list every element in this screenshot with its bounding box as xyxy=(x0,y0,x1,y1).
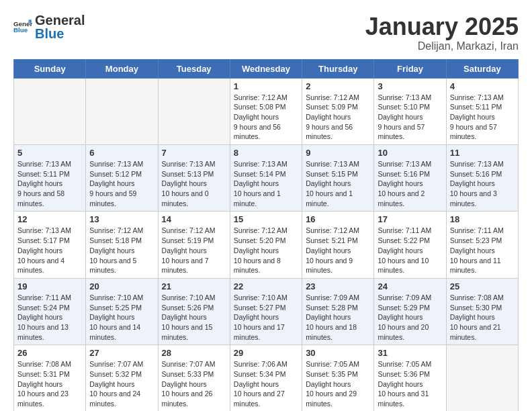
day-number: 25 xyxy=(450,281,515,291)
calendar-cell: 14Sunrise: 7:12 AMSunset: 5:19 PMDayligh… xyxy=(158,212,230,278)
day-number: 31 xyxy=(378,348,442,358)
day-number: 26 xyxy=(17,348,82,358)
day-info: Sunrise: 7:09 AMSunset: 5:29 PMDaylight … xyxy=(378,293,442,342)
day-number: 23 xyxy=(306,281,370,291)
calendar-cell: 28Sunrise: 7:07 AMSunset: 5:33 PMDayligh… xyxy=(158,345,230,411)
svg-text:Blue: Blue xyxy=(13,26,28,34)
day-info: Sunrise: 7:13 AMSunset: 5:13 PMDaylight … xyxy=(162,159,226,208)
calendar-cell: 24Sunrise: 7:09 AMSunset: 5:29 PMDayligh… xyxy=(374,278,446,345)
calendar-week-4: 19Sunrise: 7:11 AMSunset: 5:24 PMDayligh… xyxy=(14,278,519,345)
day-info: Sunrise: 7:12 AMSunset: 5:09 PMDaylight … xyxy=(306,93,370,142)
calendar-week-2: 5Sunrise: 7:13 AMSunset: 5:11 PMDaylight… xyxy=(14,145,519,212)
calendar-cell xyxy=(14,78,86,144)
calendar-cell: 17Sunrise: 7:11 AMSunset: 5:22 PMDayligh… xyxy=(374,212,446,278)
calendar-cell xyxy=(446,345,518,411)
day-info: Sunrise: 7:07 AMSunset: 5:32 PMDaylight … xyxy=(89,359,154,408)
day-info: Sunrise: 7:13 AMSunset: 5:17 PMDaylight … xyxy=(17,226,82,275)
day-info: Sunrise: 7:12 AMSunset: 5:19 PMDaylight … xyxy=(162,226,226,275)
logo-icon: General Blue xyxy=(13,17,32,36)
day-number: 16 xyxy=(306,214,370,224)
calendar-cell: 12Sunrise: 7:13 AMSunset: 5:17 PMDayligh… xyxy=(14,212,86,278)
title-block: January 2025 Delijan, Markazi, Iran xyxy=(365,13,519,52)
calendar-cell: 18Sunrise: 7:11 AMSunset: 5:23 PMDayligh… xyxy=(446,212,518,278)
day-number: 3 xyxy=(378,81,442,91)
logo-blue: Blue xyxy=(35,27,85,40)
calendar-cell xyxy=(158,78,230,144)
day-number: 4 xyxy=(450,81,515,91)
calendar-cell: 15Sunrise: 7:12 AMSunset: 5:20 PMDayligh… xyxy=(230,212,302,278)
calendar-week-3: 12Sunrise: 7:13 AMSunset: 5:17 PMDayligh… xyxy=(14,212,519,278)
calendar-header: SundayMondayTuesdayWednesdayThursdayFrid… xyxy=(14,59,519,78)
calendar-cell: 16Sunrise: 7:12 AMSunset: 5:21 PMDayligh… xyxy=(302,212,374,278)
weekday-header-friday: Friday xyxy=(374,59,446,78)
calendar-cell: 4Sunrise: 7:13 AMSunset: 5:11 PMDaylight… xyxy=(446,78,518,144)
day-info: Sunrise: 7:13 AMSunset: 5:15 PMDaylight … xyxy=(306,159,370,208)
day-info: Sunrise: 7:12 AMSunset: 5:18 PMDaylight … xyxy=(89,226,154,275)
day-number: 9 xyxy=(306,148,370,158)
day-info: Sunrise: 7:10 AMSunset: 5:25 PMDaylight … xyxy=(89,293,154,342)
calendar-cell: 8Sunrise: 7:13 AMSunset: 5:14 PMDaylight… xyxy=(230,145,302,212)
calendar-cell: 13Sunrise: 7:12 AMSunset: 5:18 PMDayligh… xyxy=(86,212,158,278)
day-number: 12 xyxy=(17,214,82,224)
calendar-cell: 20Sunrise: 7:10 AMSunset: 5:25 PMDayligh… xyxy=(86,278,158,345)
day-number: 19 xyxy=(17,281,82,291)
logo-general: General xyxy=(35,13,85,28)
calendar-cell: 5Sunrise: 7:13 AMSunset: 5:11 PMDaylight… xyxy=(14,145,86,212)
calendar-cell: 1Sunrise: 7:12 AMSunset: 5:08 PMDaylight… xyxy=(230,78,302,144)
calendar-cell: 10Sunrise: 7:13 AMSunset: 5:16 PMDayligh… xyxy=(374,145,446,212)
day-number: 2 xyxy=(306,81,370,91)
calendar-week-5: 26Sunrise: 7:08 AMSunset: 5:31 PMDayligh… xyxy=(14,345,519,411)
day-number: 24 xyxy=(378,281,442,291)
weekday-header-sunday: Sunday xyxy=(14,59,86,78)
day-number: 22 xyxy=(234,281,298,291)
day-number: 13 xyxy=(89,214,154,224)
day-info: Sunrise: 7:13 AMSunset: 5:16 PMDaylight … xyxy=(450,159,515,208)
weekday-header-thursday: Thursday xyxy=(302,59,374,78)
day-info: Sunrise: 7:08 AMSunset: 5:31 PMDaylight … xyxy=(17,359,82,408)
month-title: January 2025 xyxy=(365,13,519,40)
location-subtitle: Delijan, Markazi, Iran xyxy=(365,40,519,52)
calendar-body: 1Sunrise: 7:12 AMSunset: 5:08 PMDaylight… xyxy=(14,78,519,411)
day-info: Sunrise: 7:13 AMSunset: 5:10 PMDaylight … xyxy=(378,93,442,142)
calendar-cell: 25Sunrise: 7:08 AMSunset: 5:30 PMDayligh… xyxy=(446,278,518,345)
day-number: 30 xyxy=(306,348,370,358)
day-info: Sunrise: 7:13 AMSunset: 5:11 PMDaylight … xyxy=(450,93,515,142)
calendar-cell: 27Sunrise: 7:07 AMSunset: 5:32 PMDayligh… xyxy=(86,345,158,411)
weekday-header-wednesday: Wednesday xyxy=(230,59,302,78)
day-info: Sunrise: 7:09 AMSunset: 5:28 PMDaylight … xyxy=(306,293,370,342)
calendar-cell: 9Sunrise: 7:13 AMSunset: 5:15 PMDaylight… xyxy=(302,145,374,212)
day-info: Sunrise: 7:12 AMSunset: 5:20 PMDaylight … xyxy=(234,226,298,275)
calendar-cell: 7Sunrise: 7:13 AMSunset: 5:13 PMDaylight… xyxy=(158,145,230,212)
day-number: 21 xyxy=(162,281,226,291)
calendar-cell: 31Sunrise: 7:05 AMSunset: 5:36 PMDayligh… xyxy=(374,345,446,411)
calendar-week-1: 1Sunrise: 7:12 AMSunset: 5:08 PMDaylight… xyxy=(14,78,519,144)
day-number: 8 xyxy=(234,148,298,158)
day-number: 7 xyxy=(162,148,226,158)
page-header: General Blue General Blue January 2025 D… xyxy=(13,13,519,52)
weekday-header-saturday: Saturday xyxy=(446,59,518,78)
calendar-cell: 23Sunrise: 7:09 AMSunset: 5:28 PMDayligh… xyxy=(302,278,374,345)
calendar-cell: 26Sunrise: 7:08 AMSunset: 5:31 PMDayligh… xyxy=(14,345,86,411)
calendar-cell: 6Sunrise: 7:13 AMSunset: 5:12 PMDaylight… xyxy=(86,145,158,212)
weekday-header-tuesday: Tuesday xyxy=(158,59,230,78)
day-info: Sunrise: 7:13 AMSunset: 5:16 PMDaylight … xyxy=(378,159,442,208)
day-number: 5 xyxy=(17,148,82,158)
day-number: 20 xyxy=(89,281,154,291)
weekday-header-monday: Monday xyxy=(86,59,158,78)
day-number: 17 xyxy=(378,214,442,224)
calendar-cell: 11Sunrise: 7:13 AMSunset: 5:16 PMDayligh… xyxy=(446,145,518,212)
day-number: 14 xyxy=(162,214,226,224)
day-number: 1 xyxy=(234,81,298,91)
logo: General Blue General Blue xyxy=(13,13,85,40)
day-number: 18 xyxy=(450,214,515,224)
calendar-cell: 22Sunrise: 7:10 AMSunset: 5:27 PMDayligh… xyxy=(230,278,302,345)
day-number: 29 xyxy=(234,348,298,358)
day-info: Sunrise: 7:07 AMSunset: 5:33 PMDaylight … xyxy=(162,359,226,408)
calendar-cell: 30Sunrise: 7:05 AMSunset: 5:35 PMDayligh… xyxy=(302,345,374,411)
day-number: 6 xyxy=(89,148,154,158)
calendar-cell: 2Sunrise: 7:12 AMSunset: 5:09 PMDaylight… xyxy=(302,78,374,144)
day-info: Sunrise: 7:13 AMSunset: 5:12 PMDaylight … xyxy=(89,159,154,208)
weekday-header-row: SundayMondayTuesdayWednesdayThursdayFrid… xyxy=(14,59,519,78)
day-info: Sunrise: 7:13 AMSunset: 5:11 PMDaylight … xyxy=(17,159,82,208)
day-info: Sunrise: 7:10 AMSunset: 5:26 PMDaylight … xyxy=(162,293,226,342)
